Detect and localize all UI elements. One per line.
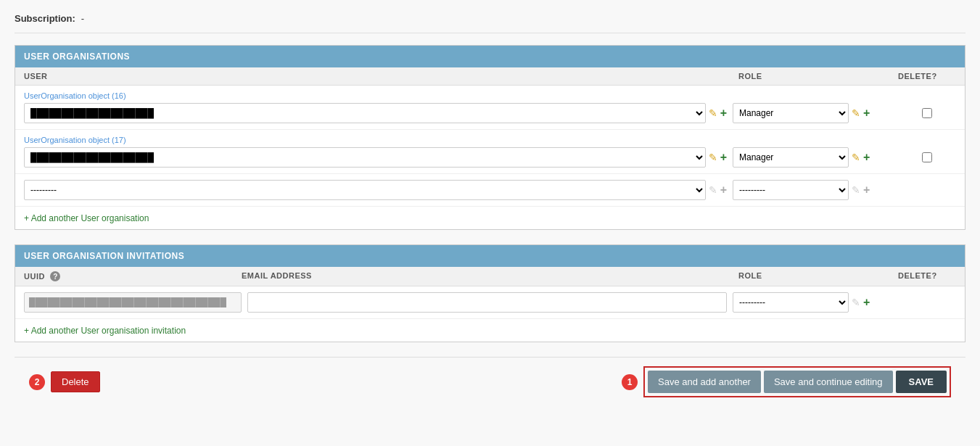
invitations-panel: USER ORGANISATION INVITATIONS UUID ? EMA… (15, 244, 965, 342)
org-row-1-user-select[interactable]: ████████████████████ (24, 147, 706, 168)
footer-right: 1 Save and add another Save and continue… (622, 366, 951, 397)
org-row-new-add-icon: + (720, 183, 727, 197)
delete-badge: 2 (29, 374, 45, 390)
inv-row-0-email-field (247, 292, 727, 313)
org-row-1-role-select[interactable]: Manager Member Viewer (733, 147, 849, 168)
save-continue-button[interactable]: Save and continue editing (764, 371, 893, 393)
inv-row-0-uuid-field (24, 292, 242, 313)
org-row-new-user-field: --------- ✎ + (24, 180, 727, 200)
delete-button[interactable]: Delete (51, 371, 100, 392)
org-row-1-add-icon[interactable]: + (720, 151, 727, 164)
org-row-1-user-field: ████████████████████ ✎ + (24, 147, 727, 168)
org-row-new: --------- ✎ + --------- ✎ + (15, 174, 965, 207)
subscription-label: Subscription: (15, 13, 75, 24)
org-row-1: UserOrganisation object (17) ███████████… (15, 130, 965, 174)
inv-table-header: UUID ? EMAIL ADDRESS ROLE DELETE? (15, 267, 965, 286)
org-row-1-delete-cell (898, 152, 956, 162)
org-row-1-delete-checkbox[interactable] (922, 152, 932, 162)
org-row-new-edit-icon: ✎ (709, 184, 717, 196)
inv-col-email: EMAIL ADDRESS (242, 271, 738, 281)
inv-add-another-link[interactable]: + Add another User organisation invitati… (24, 326, 186, 336)
org-row-0-delete-cell (898, 108, 956, 118)
org-add-another-row: + Add another User organisation (15, 207, 965, 229)
org-row-0-role-select[interactable]: Manager Member Viewer (733, 103, 849, 123)
inv-col-delete: DELETE? (898, 271, 956, 281)
org-row-0-edit-icon[interactable]: ✎ (709, 107, 717, 119)
org-col-delete: DELETE? (898, 72, 956, 80)
org-row-0-role-edit-icon[interactable]: ✎ (852, 107, 860, 119)
org-row-0-role-add-icon[interactable]: + (863, 107, 870, 120)
org-row-0-add-icon[interactable]: + (720, 107, 727, 120)
org-row-0: UserOrganisation object (16) ███████████… (15, 86, 965, 130)
org-add-another-link[interactable]: + Add another User organisation (24, 213, 149, 223)
footer-bar: 2 Delete 1 Save and add another Save and… (15, 357, 965, 406)
inv-col-uuid: UUID ? (24, 271, 242, 281)
org-row-new-user-select[interactable]: --------- (24, 180, 706, 200)
save-buttons-group: Save and add another Save and continue e… (643, 366, 951, 397)
org-row-1-label: UserOrganisation object (17) (24, 136, 956, 144)
org-row-0-user-select[interactable]: ████████████████████ (24, 103, 706, 123)
inv-row-0-email-input[interactable] (247, 292, 727, 313)
save-badge: 1 (622, 374, 638, 390)
inv-row-0: --------- Manager Member ✎ + (15, 286, 965, 319)
inv-row-0-add-icon[interactable]: + (863, 296, 870, 309)
footer-left: 2 Delete (29, 371, 100, 392)
invitations-header: USER ORGANISATION INVITATIONS (15, 245, 965, 267)
uuid-help-icon[interactable]: ? (50, 271, 60, 281)
org-row-0-role-field: Manager Member Viewer ✎ + (733, 103, 892, 123)
save-button[interactable]: SAVE (896, 371, 947, 393)
org-row-1-role-field: Manager Member Viewer ✎ + (733, 147, 892, 168)
inv-row-0-uuid-input[interactable] (24, 292, 242, 313)
org-row-new-role-select[interactable]: --------- (733, 180, 849, 200)
org-col-user: USER (24, 72, 738, 80)
org-row-0-delete-checkbox[interactable] (922, 108, 932, 118)
org-row-new-role-add-icon: + (863, 183, 870, 197)
inv-row-0-role-field: --------- Manager Member ✎ + (733, 292, 892, 313)
org-row-new-role-field: --------- ✎ + (733, 180, 892, 200)
org-col-role: ROLE (738, 72, 898, 80)
org-row-new-role-edit-icon: ✎ (852, 184, 860, 196)
inv-col-role: ROLE (738, 271, 898, 281)
inv-row-0-role-select[interactable]: --------- Manager Member (733, 292, 849, 313)
org-table-header: USER ROLE DELETE? (15, 67, 965, 86)
inv-row-0-edit-icon: ✎ (852, 297, 860, 308)
user-organisations-panel: USER ORGANISATIONS USER ROLE DELETE? Use… (15, 45, 965, 230)
org-row-1-role-add-icon[interactable]: + (863, 151, 870, 164)
save-add-button[interactable]: Save and add another (648, 371, 761, 393)
org-row-1-edit-icon[interactable]: ✎ (709, 152, 717, 163)
user-organisations-header: USER ORGANISATIONS (15, 46, 965, 67)
org-row-1-role-edit-icon[interactable]: ✎ (852, 152, 860, 163)
inv-add-another-row: + Add another User organisation invitati… (15, 319, 965, 342)
org-row-0-user-field: ████████████████████ ✎ + (24, 103, 727, 123)
subscription-value: - (81, 13, 84, 24)
org-row-0-label: UserOrganisation object (16) (24, 91, 956, 100)
